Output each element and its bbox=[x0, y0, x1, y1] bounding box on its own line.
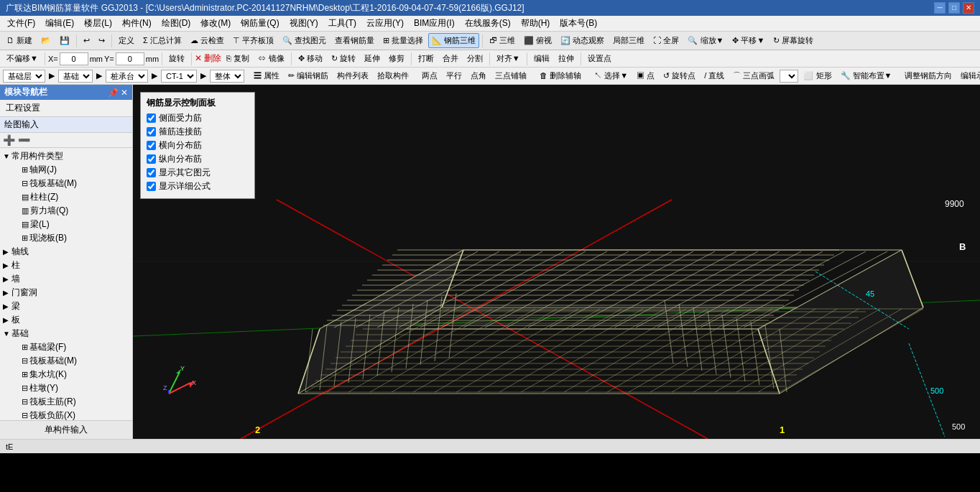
align-btn[interactable]: 对齐▼ bbox=[493, 51, 524, 66]
add-icon[interactable]: ➕ bbox=[3, 134, 15, 146]
sidebar-settings-btn[interactable]: 工程设置 bbox=[3, 101, 43, 115]
extend-btn[interactable]: 延伸 bbox=[361, 51, 384, 66]
zoom-btn[interactable]: 🔍 缩放▼ bbox=[684, 33, 727, 48]
rect-btn[interactable]: ⬜ 矩形 bbox=[800, 68, 835, 83]
tree-axis[interactable]: ⊞轴网(J) bbox=[11, 163, 131, 177]
tree-raft[interactable]: ⊟筏板基础(M) bbox=[11, 354, 131, 368]
close-button[interactable]: ✕ bbox=[963, 2, 974, 14]
menu-modify[interactable]: 修改(M) bbox=[196, 16, 235, 31]
layer-select[interactable]: 基础层 bbox=[3, 70, 45, 83]
select2-btn[interactable]: ↖ 选择▼ bbox=[591, 68, 632, 83]
split-btn[interactable]: 分割 bbox=[463, 51, 486, 66]
tree-beam-common[interactable]: ▤梁(L) bbox=[11, 218, 131, 231]
two-point-btn[interactable]: 两点 bbox=[418, 68, 441, 83]
tree-foundation[interactable]: ▼ 基础 bbox=[1, 327, 131, 340]
menu-floor[interactable]: 楼层(L) bbox=[80, 16, 116, 31]
save-btn[interactable]: 💾 bbox=[56, 34, 73, 47]
sidebar-pin[interactable]: 📌 ✕ bbox=[108, 88, 128, 98]
property-btn[interactable]: ☰ 属性 bbox=[250, 68, 283, 83]
redo-btn[interactable]: ↪ bbox=[95, 34, 108, 47]
3d-viewport[interactable]: 钢筋显示控制面板 侧面受力筋 箍筋连接筋 横向分布筋 纵向分布筋 显示其它图元 bbox=[133, 85, 980, 439]
draw-input-btn[interactable]: 绘图输入 bbox=[0, 117, 132, 133]
edit-rebar-btn[interactable]: ✏ 编辑钢筋 bbox=[285, 68, 332, 83]
tree-foundation-beam[interactable]: ⊞基础梁(F) bbox=[11, 340, 131, 354]
menu-edit[interactable]: 编辑(E) bbox=[41, 16, 78, 31]
tree-raft-neg-rebar[interactable]: ⊟筏板负筋(X) bbox=[11, 409, 131, 420]
subtract-icon[interactable]: ➖ bbox=[18, 134, 30, 146]
mirror-btn[interactable]: ⇔ 镜像 bbox=[254, 51, 287, 66]
tree-column-section[interactable]: ▶ 柱 bbox=[1, 259, 131, 272]
rotate-screen-btn[interactable]: ↻ 屏幕旋转 bbox=[769, 33, 817, 48]
not-move-btn[interactable]: 不偏移▼ bbox=[3, 51, 42, 66]
open-btn[interactable]: 📂 bbox=[37, 34, 55, 47]
set-btn[interactable]: 设置点 bbox=[584, 51, 615, 66]
parallel-btn[interactable]: 平行 bbox=[443, 68, 466, 83]
merge-btn[interactable]: 合并 bbox=[439, 51, 462, 66]
minimize-button[interactable]: ─ bbox=[934, 2, 946, 14]
fullscreen-btn[interactable]: ⛶ 全屏 bbox=[650, 33, 683, 48]
rebar-3d-btn[interactable]: 📐 钢筋三维 bbox=[428, 33, 479, 48]
menu-online[interactable]: 在线服务(S) bbox=[461, 16, 515, 31]
cb-show-other[interactable] bbox=[147, 168, 156, 177]
tree-common-types[interactable]: ▼ 常用构件类型 bbox=[1, 149, 131, 163]
rotate2-btn[interactable]: ↻ 旋转 bbox=[328, 51, 359, 66]
cloud-check-btn[interactable]: ☁ 云检查 bbox=[187, 33, 228, 48]
y-input[interactable] bbox=[116, 52, 144, 65]
tree-sump[interactable]: ⊞集水坑(K) bbox=[11, 368, 131, 381]
edit2-btn[interactable]: 编辑 bbox=[530, 51, 553, 66]
ct-select[interactable]: CT-1 bbox=[161, 70, 197, 83]
copy-btn[interactable]: ⎘ 复制 bbox=[223, 51, 253, 66]
cb-show-formula[interactable] bbox=[147, 182, 156, 191]
cb-stirrup[interactable] bbox=[147, 127, 156, 136]
checkbox-stirrup[interactable]: 箍筋连接筋 bbox=[147, 126, 249, 138]
tree-wall-section[interactable]: ▶ 墙 bbox=[1, 272, 131, 286]
tree-col-cap[interactable]: ⊟柱墩(Y) bbox=[11, 381, 131, 395]
menu-tools[interactable]: 工具(T) bbox=[324, 16, 361, 31]
x-input[interactable] bbox=[60, 52, 88, 65]
checkbox-horiz-dist[interactable]: 横向分布筋 bbox=[147, 139, 249, 152]
comp-list-btn[interactable]: 构件列表 bbox=[333, 68, 372, 83]
menu-component[interactable]: 构件(N) bbox=[118, 16, 156, 31]
checkbox-show-other[interactable]: 显示其它图元 bbox=[147, 167, 249, 179]
3d-btn[interactable]: 🗗 三维 bbox=[486, 33, 519, 48]
point-angle-btn[interactable]: 点角 bbox=[467, 68, 490, 83]
tree-shear-wall[interactable]: ▥剪力墙(Q) bbox=[11, 204, 131, 218]
delete-axis-btn[interactable]: 🗑 删除辅轴 bbox=[536, 68, 585, 83]
tree-slab-common[interactable]: ⊞现浇板(B) bbox=[11, 231, 131, 245]
calc-btn[interactable]: Σ 汇总计算 bbox=[139, 33, 185, 48]
point2-btn[interactable]: ▣ 点 bbox=[633, 68, 658, 83]
view-rebar-btn[interactable]: 查看钢筋量 bbox=[331, 33, 378, 48]
tree-axis-section[interactable]: ▶ 轴线 bbox=[1, 245, 131, 259]
menu-draw[interactable]: 绘图(D) bbox=[157, 16, 195, 31]
batch-select-btn[interactable]: ⊞ 批量选择 bbox=[379, 33, 427, 48]
checkbox-side-force[interactable]: 侧面受力筋 bbox=[147, 112, 249, 124]
tree-slab-section[interactable]: ▶ 板 bbox=[1, 313, 131, 327]
checkbox-show-formula[interactable]: 显示详细公式 bbox=[147, 180, 249, 192]
pick-comp-btn[interactable]: 拾取构件 bbox=[374, 68, 412, 83]
cb-vert-dist[interactable] bbox=[147, 154, 156, 164]
cb-horiz-dist[interactable] bbox=[147, 141, 156, 150]
trim-btn[interactable]: 修剪 bbox=[385, 51, 408, 66]
adj-dir-btn[interactable]: 调整钢筋方向 bbox=[901, 68, 956, 83]
new-btn[interactable]: 🗋 新建 bbox=[3, 33, 36, 48]
find-btn[interactable]: 🔍 查找图元 bbox=[279, 33, 330, 48]
checkbox-vert-dist[interactable]: 纵向分布筋 bbox=[147, 153, 249, 165]
align-top-btn[interactable]: ⊤ 平齐板顶 bbox=[229, 33, 277, 48]
menu-version[interactable]: 版本号(B) bbox=[555, 16, 601, 31]
edit-plinth-btn[interactable]: 编辑承台加强筋 bbox=[957, 68, 980, 83]
type-select[interactable]: 桩承台 bbox=[106, 70, 148, 83]
rotate-btn[interactable]: 旋转 bbox=[165, 51, 188, 66]
category-select[interactable]: 基础 bbox=[58, 70, 93, 83]
pan-btn[interactable]: ✥ 平移▼ bbox=[729, 33, 768, 48]
tree-door-window[interactable]: ▶ 门窗洞 bbox=[1, 286, 131, 300]
arc-mode-select[interactable] bbox=[780, 70, 798, 83]
tree-raft-common[interactable]: ⊟筏板基础(M) bbox=[11, 177, 131, 190]
define-btn[interactable]: 定义 bbox=[115, 33, 138, 48]
drag-btn[interactable]: 拉伸 bbox=[555, 51, 578, 66]
arc-btn[interactable]: ⌒ 三点画弧 bbox=[729, 68, 778, 83]
line-btn[interactable]: / 直线 bbox=[701, 68, 728, 83]
dynamic-observe-btn[interactable]: 🔄 动态观察 bbox=[557, 33, 608, 48]
menu-view[interactable]: 视图(Y) bbox=[285, 16, 323, 31]
move-btn[interactable]: ✥ 移动 bbox=[295, 51, 326, 66]
whole-select[interactable]: 整体 bbox=[210, 70, 244, 83]
